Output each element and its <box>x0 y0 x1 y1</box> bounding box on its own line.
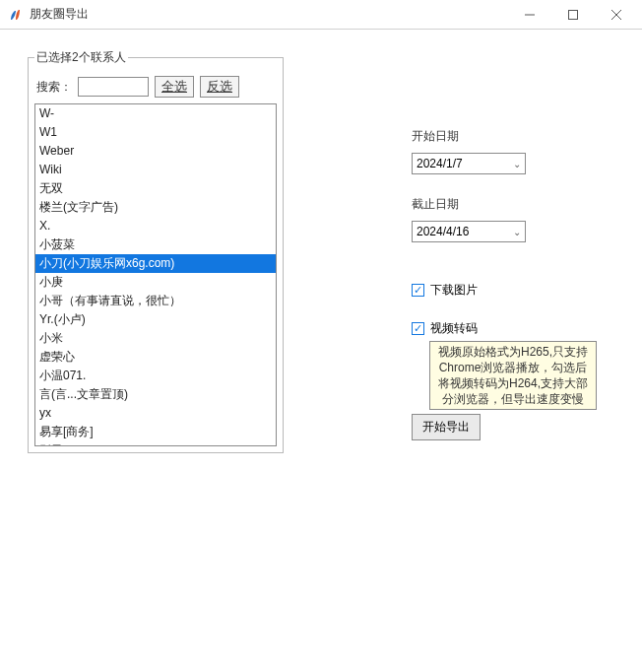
video-transcode-checkbox[interactable]: ✓ <box>412 322 424 335</box>
list-item[interactable]: yx <box>35 404 276 423</box>
video-transcode-row: ✓ 视频转码 <box>412 320 624 337</box>
start-date-combo[interactable]: 2024/1/7 ⌄ <box>412 153 526 174</box>
close-button[interactable] <box>595 1 638 29</box>
search-label: 搜索： <box>36 79 72 96</box>
download-images-checkbox[interactable]: ✓ <box>412 284 424 297</box>
window-controls <box>508 1 638 29</box>
contacts-panel: 已选择2个联系人 搜索： 全选 反选 W-W1WeberWiki无双楼兰(文字广… <box>28 49 284 654</box>
list-item[interactable]: 小米 <box>35 329 276 348</box>
list-item[interactable]: X. <box>35 217 276 235</box>
video-transcode-label: 视频转码 <box>430 320 478 337</box>
contacts-legend: 已选择2个联系人 <box>34 49 128 66</box>
titlebar: 朋友圈导出 <box>0 0 642 30</box>
start-date-label: 开始日期 <box>412 128 624 145</box>
search-row: 搜索： 全选 反选 <box>34 72 277 103</box>
list-item[interactable]: Weber <box>35 142 276 161</box>
list-item[interactable]: W- <box>35 104 276 123</box>
contact-listbox[interactable]: W-W1WeberWiki无双楼兰(文字广告)X.小菠菜小刀(小刀娱乐网x6g.… <box>34 103 277 446</box>
select-all-button[interactable]: 全选 <box>155 76 194 98</box>
end-date-label: 截止日期 <box>412 196 624 213</box>
list-item[interactable]: 无双 <box>35 179 276 198</box>
app-icon <box>8 7 24 23</box>
list-item[interactable]: 易享[商务] <box>35 423 276 441</box>
list-item[interactable]: 小菠菜 <box>35 235 276 254</box>
end-date-value: 2024/4/16 <box>417 225 469 238</box>
invert-selection-button[interactable]: 反选 <box>200 76 239 98</box>
content-area: 已选择2个联系人 搜索： 全选 反选 W-W1WeberWiki无双楼兰(文字广… <box>0 30 642 672</box>
list-item[interactable]: 言(言...文章置顶) <box>35 385 276 404</box>
list-item[interactable]: Wiki <box>35 161 276 179</box>
minimize-button[interactable] <box>508 1 551 29</box>
list-item[interactable]: 小哥（有事请直说，很忙） <box>35 292 276 310</box>
list-item[interactable]: 小温071. <box>35 367 276 385</box>
maximize-button[interactable] <box>551 1 595 29</box>
list-item[interactable]: 虚荣心 <box>35 348 276 367</box>
list-item[interactable]: Yr.(小卢) <box>35 310 276 329</box>
start-export-button[interactable]: 开始导出 <box>412 414 481 440</box>
list-item[interactable]: 楼兰(文字广告) <box>35 198 276 217</box>
chevron-down-icon: ⌄ <box>513 159 521 169</box>
list-item[interactable]: 小刀(小刀娱乐网x6g.com) <box>35 254 276 273</box>
end-date-combo[interactable]: 2024/4/16 ⌄ <box>412 221 526 242</box>
list-item[interactable]: W1 <box>35 123 276 142</box>
video-transcode-tooltip: 视频原始格式为H265,只支持Chrome浏览器播放，勾选后将视频转码为H264… <box>429 341 597 410</box>
svg-rect-1 <box>569 10 578 19</box>
chevron-down-icon: ⌄ <box>513 227 521 237</box>
start-date-value: 2024/1/7 <box>417 157 463 170</box>
window-title: 朋友圈导出 <box>30 6 508 23</box>
list-item[interactable]: 影子 <box>35 441 276 446</box>
search-input[interactable] <box>78 77 149 97</box>
list-item[interactable]: 小庚 <box>35 273 276 292</box>
download-images-row: ✓ 下载图片 <box>412 282 624 299</box>
download-images-label: 下载图片 <box>430 282 478 299</box>
contacts-fieldset: 已选择2个联系人 搜索： 全选 反选 W-W1WeberWiki无双楼兰(文字广… <box>28 49 284 453</box>
options-panel: 开始日期 2024/1/7 ⌄ 截止日期 2024/4/16 ⌄ ✓ 下载图片 … <box>284 49 624 654</box>
